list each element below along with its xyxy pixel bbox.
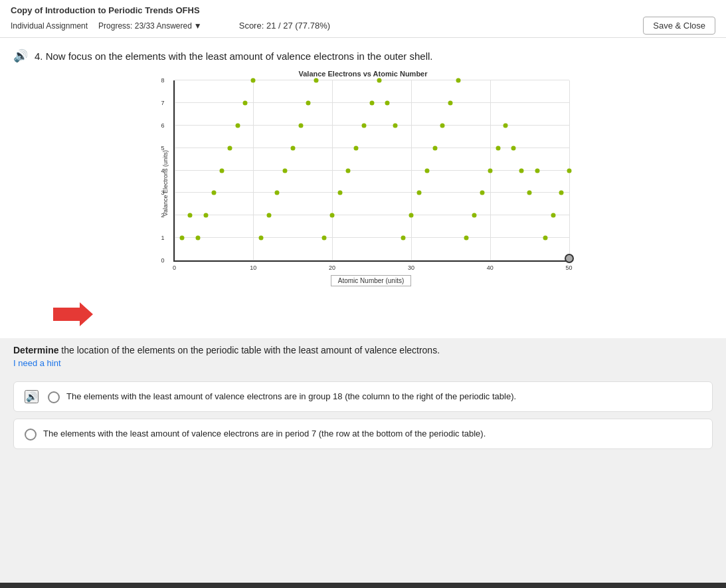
answer-b-text: The elements with the least amount of va… — [43, 427, 486, 441]
data-dot — [180, 236, 185, 241]
x-tick: 10 — [250, 264, 256, 271]
x-tick: 0 — [173, 264, 176, 271]
dropdown-chevron[interactable]: ▼ — [194, 21, 202, 31]
chart-title: Valance Electrons vs Atomic Number — [157, 70, 569, 78]
answer-b-radio[interactable] — [25, 429, 37, 441]
save-close-button[interactable]: Save & Close — [643, 17, 715, 35]
data-dot — [440, 123, 445, 128]
grid-line-v — [175, 80, 175, 260]
y-tick: 6 — [161, 122, 165, 129]
grid-line-v — [411, 80, 412, 260]
highlighted-dot — [565, 254, 574, 263]
data-dot — [267, 213, 272, 218]
x-axis-label-wrap: Atomic Number (units) — [173, 275, 569, 286]
grid-line-v — [332, 80, 333, 260]
determine-bold: Determine — [13, 345, 58, 355]
grid-line-h — [175, 260, 569, 260]
data-dot — [290, 146, 295, 150]
question-number: 4. Now focus on the elements with the le… — [35, 50, 713, 62]
data-dot — [204, 213, 209, 218]
determine-rest: the location of the elements on the peri… — [58, 345, 440, 355]
determine-text: Determine the location of the elements o… — [0, 345, 726, 355]
data-dot — [361, 123, 366, 128]
data-dot — [456, 78, 461, 83]
data-dot — [472, 213, 476, 218]
data-dot — [337, 191, 342, 195]
answer-a-audio-button[interactable]: 🔊 — [25, 390, 39, 403]
data-dot — [511, 146, 516, 150]
data-dot — [314, 78, 319, 83]
data-dot — [322, 236, 327, 241]
data-dot — [551, 213, 555, 218]
chart-container: Valance Electrons vs Atomic Number Valan… — [157, 70, 569, 296]
chart-plot: 01234567801020304050 — [173, 80, 569, 262]
y-tick: 0 — [161, 257, 165, 264]
y-tick: 2 — [161, 212, 165, 219]
data-dot — [188, 213, 193, 218]
data-dot — [448, 100, 453, 105]
data-dot — [298, 123, 303, 128]
hint-link[interactable]: I need a hint — [0, 358, 726, 368]
svg-marker-0 — [53, 302, 93, 326]
answer-a-text: The elements with the least amount of va… — [66, 390, 516, 403]
progress-text: Progress: 23/33 Answered — [98, 21, 192, 31]
assignment-type: Individual Assignment — [11, 21, 88, 31]
y-tick: 4 — [161, 167, 165, 174]
data-dot — [353, 146, 358, 150]
y-axis-label: Valance Electrons (units) — [162, 150, 169, 216]
q-num: 4. — [35, 50, 43, 62]
top-bar: Copy of Introduction to Periodic Trends … — [0, 0, 726, 38]
data-dot — [480, 191, 484, 195]
data-dot — [345, 168, 350, 173]
data-dot — [464, 236, 469, 241]
data-dot — [196, 236, 201, 241]
data-dot — [243, 100, 248, 105]
chart-inner: 01234567801020304050 Atomic Number (unit… — [173, 80, 569, 286]
data-dot — [416, 191, 421, 195]
y-axis-label-wrap: Valance Electrons (units) — [157, 80, 173, 286]
answers-area: 🔊 The elements with the least amount of … — [0, 375, 726, 462]
data-dot — [401, 236, 406, 241]
x-tick: 20 — [329, 264, 335, 271]
data-dot — [259, 236, 264, 241]
progress-dropdown[interactable]: Progress: 23/33 Answered ▼ — [98, 21, 202, 31]
grid-line-h — [175, 215, 569, 215]
score-label: Score: 21 / 27 (77.78%) — [239, 21, 330, 31]
assignment-title: Copy of Introduction to Periodic Trends … — [11, 5, 715, 15]
grid-line-h — [175, 125, 569, 126]
top-bar-sub: Individual Assignment Progress: 23/33 An… — [11, 17, 715, 35]
data-dot — [330, 213, 335, 218]
grid-line-h — [175, 192, 569, 193]
answer-a-radio[interactable] — [48, 391, 60, 403]
grid-line-v — [253, 80, 254, 260]
data-dot — [424, 168, 429, 173]
answer-option-b[interactable]: The elements with the least amount of va… — [13, 419, 713, 449]
x-tick: 50 — [565, 264, 572, 271]
grid-line-h — [175, 237, 569, 238]
data-dot — [503, 123, 508, 128]
data-dot — [227, 146, 232, 150]
bottom-bar — [0, 583, 726, 588]
data-dot — [496, 146, 500, 150]
data-dot — [306, 100, 311, 105]
y-tick: 8 — [161, 77, 165, 84]
chart-wrap: Valance Electrons (units) 01234567801020… — [157, 80, 569, 286]
data-dot — [519, 168, 524, 173]
y-tick: 7 — [161, 100, 165, 106]
grid-line-h — [175, 80, 569, 80]
data-dot — [535, 168, 539, 173]
data-dot — [282, 168, 287, 173]
data-dot — [559, 191, 563, 195]
data-dot — [251, 78, 256, 83]
y-tick: 3 — [161, 189, 165, 196]
data-dot — [567, 168, 571, 173]
question-audio-button[interactable]: 🔊 — [13, 49, 28, 63]
data-dot — [543, 236, 547, 241]
data-dot — [408, 213, 413, 218]
data-dot — [488, 168, 492, 173]
y-tick: 5 — [161, 145, 165, 151]
x-tick: 40 — [487, 264, 494, 271]
answer-option-a[interactable]: 🔊 The elements with the least amount of … — [13, 381, 713, 412]
q-text: Now focus on the elements with the least… — [46, 50, 433, 62]
data-dot — [432, 146, 437, 150]
